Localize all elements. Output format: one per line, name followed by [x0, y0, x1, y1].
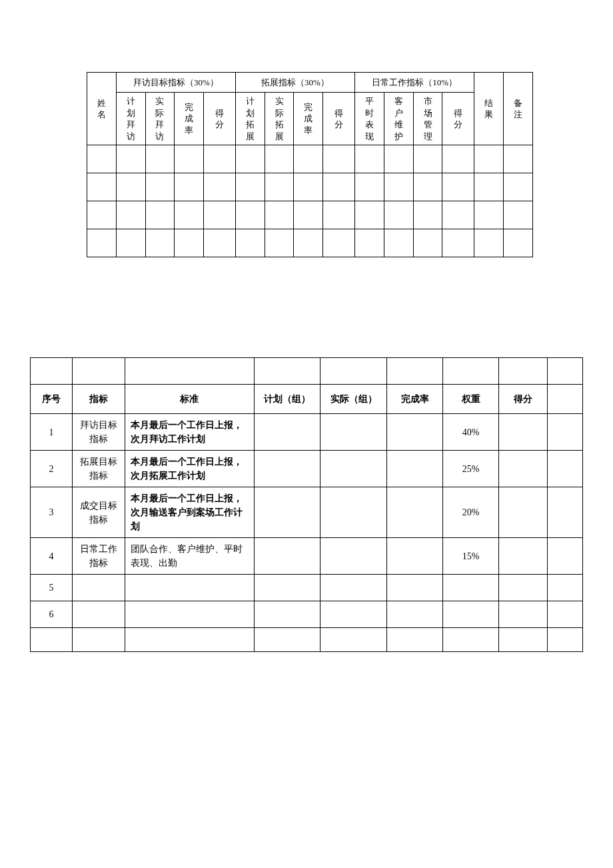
col-indicator: 指标 [72, 385, 125, 414]
col-score: 得分 [499, 385, 548, 414]
sub-header: 完成率 [294, 93, 323, 145]
sub-header: 得分 [442, 93, 474, 145]
cell-actual [320, 451, 387, 487]
cell-score [499, 538, 548, 575]
col-rate: 完成率 [387, 385, 443, 414]
cell-plan [254, 414, 320, 451]
cell-score [499, 451, 548, 487]
cell-score [499, 601, 548, 628]
cell-weight: 40% [443, 414, 499, 451]
cell-indicator [72, 601, 125, 628]
group-daily: 日常工作指标（10%） [355, 73, 474, 93]
cell-rate [387, 601, 443, 628]
sub-header: 计划拜访 [116, 93, 145, 145]
table-header-row: 序号 指标 标准 计划（组） 实际（组） 完成率 权重 得分 [31, 385, 583, 414]
cell-weight: 25% [443, 451, 499, 487]
cell-indicator [72, 575, 125, 601]
sub-header: 客户维护 [384, 93, 413, 145]
sub-header: 计划拓展 [235, 93, 265, 145]
cell-plan [254, 538, 320, 575]
cell-plan [254, 451, 320, 487]
col-actual: 实际（组） [320, 385, 387, 414]
cell-indicator: 日常工作指标 [72, 538, 125, 575]
cell-blank [548, 601, 583, 628]
cell-blank [548, 575, 583, 601]
group-expand: 拓展指标（30%） [235, 73, 354, 93]
cell-indicator: 拜访目标指标 [72, 414, 125, 451]
evaluation-table-1: 姓名 拜访目标指标（30%） 拓展指标（30%） 日常工作指标（10%） 结果 … [87, 72, 533, 257]
cell-actual [320, 575, 387, 601]
cell-plan [254, 487, 320, 538]
cell-score [499, 575, 548, 601]
cell-rate [387, 487, 443, 538]
cell-standard [125, 575, 254, 601]
sub-header: 得分 [323, 93, 355, 145]
sub-header: 得分 [204, 93, 236, 145]
col-plan: 计划（组） [254, 385, 320, 414]
table-row: 4 日常工作指标 团队合作、客户维护、平时表现、出勤 15% [31, 538, 583, 575]
table-row: 2 拓展目标指标 本月最后一个工作日上报，次月拓展工作计划 25% [31, 451, 583, 487]
table-row: 计划拜访 实际拜访 完成率 得分 计划拓展 实际拓展 完成率 得分 平时表现 客… [87, 93, 533, 145]
cell-rate [387, 451, 443, 487]
cell-rate [387, 575, 443, 601]
cell-standard: 本月最后一个工作日上报，次月输送客户到案场工作计划 [125, 487, 254, 538]
cell-no: 6 [31, 601, 73, 628]
cell-indicator: 拓展目标指标 [72, 451, 125, 487]
cell-no: 2 [31, 451, 73, 487]
sub-header: 市场管理 [413, 93, 442, 145]
table-row [87, 229, 533, 257]
col-blank [548, 385, 583, 414]
col-remark: 备注 [504, 73, 533, 145]
cell-weight: 20% [443, 487, 499, 538]
cell-blank [548, 451, 583, 487]
cell-plan [254, 575, 320, 601]
sub-header: 完成率 [175, 93, 204, 145]
col-no: 序号 [31, 385, 73, 414]
cell-rate [387, 414, 443, 451]
table-row: 姓名 拜访目标指标（30%） 拓展指标（30%） 日常工作指标（10%） 结果 … [87, 73, 533, 93]
cell-weight [443, 601, 499, 628]
col-standard: 标准 [125, 385, 254, 414]
table-row: 5 [31, 575, 583, 601]
cell-standard [125, 601, 254, 628]
cell-blank [548, 487, 583, 538]
table-row: 3 成交目标指标 本月最后一个工作日上报，次月输送客户到案场工作计划 20% [31, 487, 583, 538]
cell-blank [548, 414, 583, 451]
cell-standard: 本月最后一个工作日上报，次月拓展工作计划 [125, 451, 254, 487]
cell-standard: 本月最后一个工作日上报，次月拜访工作计划 [125, 414, 254, 451]
cell-no: 5 [31, 575, 73, 601]
col-name: 姓名 [87, 73, 117, 145]
cell-actual [320, 487, 387, 538]
table-row: 1 拜访目标指标 本月最后一个工作日上报，次月拜访工作计划 40% [31, 414, 583, 451]
cell-score [499, 414, 548, 451]
sub-header: 实际拓展 [265, 93, 294, 145]
cell-no: 4 [31, 538, 73, 575]
table-row [87, 173, 533, 201]
table-row [87, 145, 533, 173]
cell-rate [387, 538, 443, 575]
table-row [87, 201, 533, 229]
cell-blank [548, 538, 583, 575]
cell-standard: 团队合作、客户维护、平时表现、出勤 [125, 538, 254, 575]
cell-actual [320, 538, 387, 575]
cell-weight [443, 575, 499, 601]
table-row [31, 628, 583, 652]
cell-plan [254, 601, 320, 628]
cell-actual [320, 601, 387, 628]
table-row [31, 358, 583, 385]
table-row: 6 [31, 601, 583, 628]
evaluation-table-2: 序号 指标 标准 计划（组） 实际（组） 完成率 权重 得分 1 拜访目标指标 … [30, 357, 583, 652]
cell-weight: 15% [443, 538, 499, 575]
col-result: 结果 [474, 73, 504, 145]
cell-score [499, 487, 548, 538]
group-visit: 拜访目标指标（30%） [116, 73, 235, 93]
sub-header: 实际拜访 [145, 93, 175, 145]
col-weight: 权重 [443, 385, 499, 414]
cell-no: 3 [31, 487, 73, 538]
sub-header: 平时表现 [355, 93, 384, 145]
cell-indicator: 成交目标指标 [72, 487, 125, 538]
cell-actual [320, 414, 387, 451]
cell-no: 1 [31, 414, 73, 451]
